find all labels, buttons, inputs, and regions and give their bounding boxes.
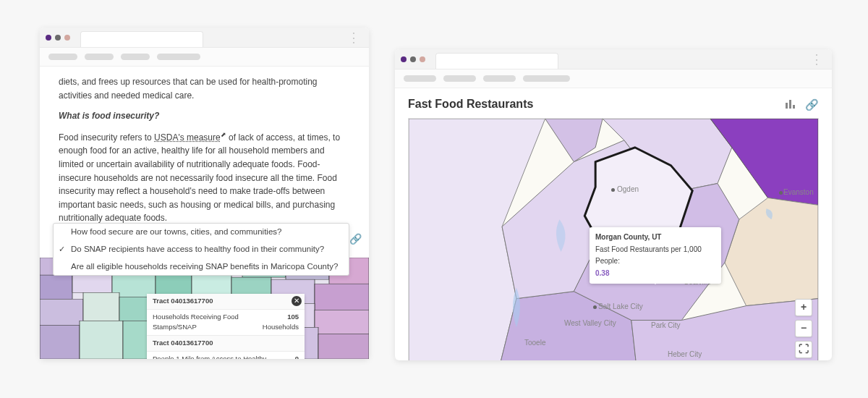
- svg-rect-26: [80, 321, 123, 360]
- close-dot-icon[interactable]: [401, 56, 407, 62]
- browser-tab[interactable]: [80, 31, 203, 47]
- tooltip-header: Tract 04013617700: [147, 294, 305, 310]
- svg-rect-9: [40, 275, 72, 299]
- link-share-icon[interactable]: 🔗: [349, 232, 362, 247]
- svg-rect-18: [83, 292, 119, 321]
- svg-rect-24: [315, 310, 369, 334]
- subheading: What is food insecurity?: [59, 109, 350, 123]
- toolbar-placeholder: [85, 54, 114, 60]
- minimize-dot-icon[interactable]: [55, 35, 61, 41]
- toolbar-placeholder: [157, 54, 200, 60]
- map-controls: + − ⛶ ⌂: [795, 299, 812, 360]
- question-dropdown[interactable]: How food secure are our towns, cities, a…: [53, 223, 349, 276]
- svg-rect-35: [793, 105, 795, 109]
- browser-window-right: ⋮ Fast Food Restaurants 🔗: [395, 49, 832, 360]
- map-title: Fast Food Restaurants: [408, 96, 533, 114]
- kebab-menu-icon[interactable]: ⋮: [344, 30, 363, 46]
- definition-paragraph: Food insecurity refers to USDA's measure…: [59, 130, 350, 225]
- city-dot: [593, 305, 597, 309]
- tooltip-row: People 1 Mile from Access to Healthy Foo…: [147, 352, 305, 359]
- article-content: diets, and frees up resources that can b…: [40, 67, 369, 359]
- map-tooltip: Morgan County, UT Fast Food Restaurants …: [590, 227, 721, 284]
- minimize-dot-icon[interactable]: [410, 56, 416, 62]
- svg-rect-32: [318, 334, 369, 359]
- toolbar-placeholder: [404, 75, 436, 82]
- fullscreen-button[interactable]: ⛶: [795, 341, 812, 358]
- svg-rect-25: [40, 326, 80, 359]
- toolbar-placeholder: [483, 75, 516, 82]
- svg-rect-17: [40, 299, 83, 325]
- maximize-dot-icon[interactable]: [64, 35, 70, 41]
- dropdown-option-selected[interactable]: Do SNAP recipients have access to health…: [54, 241, 349, 258]
- map-tooltip: ✕ Tract 04013617700 Households Receiving…: [147, 294, 305, 359]
- choropleth-map-right[interactable]: Ogden Salt Lake City West Valley City To…: [408, 118, 819, 360]
- bar-chart-icon[interactable]: [785, 96, 796, 113]
- tooltip-row: Households Receiving Food Stamps/SNAP 10…: [147, 310, 305, 336]
- link-share-icon[interactable]: 🔗: [805, 96, 819, 113]
- kebab-menu-icon[interactable]: ⋮: [807, 51, 826, 67]
- toolbar-placeholder: [523, 75, 570, 82]
- dropdown-option[interactable]: How food secure are our towns, cities, a…: [54, 224, 349, 241]
- browser-toolbar: [40, 48, 369, 67]
- window-traffic-lights: [401, 56, 425, 62]
- tooltip-metric-value: 0.38: [595, 268, 715, 279]
- definition-text-pre: Food insecurity refers to: [59, 132, 154, 143]
- tooltip-county-name: Morgan County, UT: [595, 232, 715, 243]
- maximize-dot-icon[interactable]: [420, 56, 425, 62]
- svg-rect-34: [789, 100, 791, 109]
- map-panel: Fast Food Restaurants 🔗: [395, 88, 832, 360]
- tooltip-metric-label: Fast Food Restaurants per 1,000 People:: [595, 244, 715, 266]
- toolbar-placeholder: [121, 54, 150, 60]
- usda-link[interactable]: USDA's measure: [154, 132, 221, 143]
- intro-paragraph: diets, and frees up resources that can b…: [59, 75, 350, 102]
- toolbar-placeholder: [48, 54, 77, 60]
- browser-window-left: ⋮ diets, and frees up resources that can…: [40, 27, 369, 359]
- window-traffic-lights: [46, 35, 70, 41]
- svg-rect-33: [786, 103, 788, 109]
- browser-tab[interactable]: [435, 53, 558, 69]
- svg-rect-16: [315, 284, 369, 310]
- browser-toolbar: [395, 69, 832, 88]
- titlebar: ⋮: [40, 27, 369, 48]
- dropdown-option[interactable]: Are all eligible households receiving SN…: [54, 258, 349, 276]
- titlebar: ⋮: [395, 49, 832, 69]
- city-dot: [611, 188, 615, 192]
- zoom-in-button[interactable]: +: [795, 299, 812, 316]
- toolbar-placeholder: [443, 75, 476, 82]
- zoom-out-button[interactable]: −: [795, 320, 812, 337]
- tooltip-header: Tract 04013617700: [147, 336, 305, 352]
- close-icon[interactable]: ✕: [292, 296, 302, 306]
- close-dot-icon[interactable]: [46, 35, 51, 41]
- city-dot: [779, 191, 783, 195]
- external-link-icon: ⬈: [221, 130, 226, 140]
- definition-text-post: of lack of access, at times, to enough f…: [59, 132, 340, 224]
